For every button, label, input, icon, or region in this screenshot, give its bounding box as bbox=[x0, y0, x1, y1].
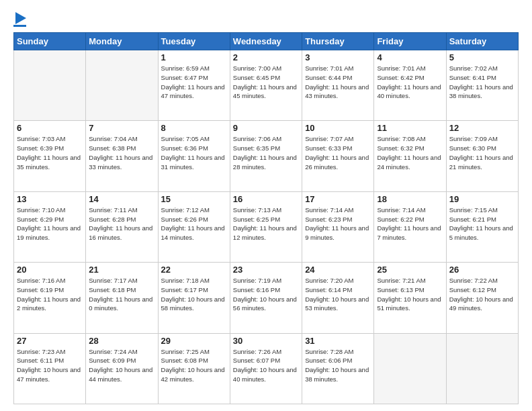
day-number: 31 bbox=[305, 336, 371, 346]
calendar-cell: 7Sunrise: 7:04 AM Sunset: 6:38 PM Daylig… bbox=[86, 121, 158, 191]
day-number: 29 bbox=[161, 336, 227, 346]
calendar-header-saturday: Saturday bbox=[446, 33, 518, 50]
cell-info: Sunrise: 7:06 AM Sunset: 6:35 PM Dayligh… bbox=[233, 134, 299, 171]
calendar-week-row: 27Sunrise: 7:23 AM Sunset: 6:11 PM Dayli… bbox=[14, 333, 519, 404]
logo bbox=[13, 12, 26, 27]
cell-info: Sunrise: 7:09 AM Sunset: 6:30 PM Dayligh… bbox=[449, 134, 515, 171]
calendar-cell: 23Sunrise: 7:19 AM Sunset: 6:16 PM Dayli… bbox=[230, 263, 302, 333]
calendar-cell: 8Sunrise: 7:05 AM Sunset: 6:36 PM Daylig… bbox=[158, 121, 230, 191]
calendar-cell: 28Sunrise: 7:24 AM Sunset: 6:09 PM Dayli… bbox=[86, 333, 158, 404]
calendar-cell: 11Sunrise: 7:08 AM Sunset: 6:32 PM Dayli… bbox=[374, 121, 446, 191]
calendar-cell: 2Sunrise: 7:00 AM Sunset: 6:45 PM Daylig… bbox=[230, 50, 302, 121]
calendar-cell: 5Sunrise: 7:02 AM Sunset: 6:41 PM Daylig… bbox=[446, 50, 518, 121]
day-number: 4 bbox=[377, 52, 443, 62]
calendar-cell bbox=[14, 50, 86, 121]
logo-underline bbox=[13, 25, 26, 27]
day-number: 16 bbox=[233, 194, 299, 204]
calendar-cell: 21Sunrise: 7:17 AM Sunset: 6:18 PM Dayli… bbox=[86, 263, 158, 333]
calendar-cell: 29Sunrise: 7:25 AM Sunset: 6:08 PM Dayli… bbox=[158, 333, 230, 404]
cell-info: Sunrise: 7:12 AM Sunset: 6:26 PM Dayligh… bbox=[161, 205, 227, 242]
cell-info: Sunrise: 7:04 AM Sunset: 6:38 PM Dayligh… bbox=[89, 134, 154, 171]
day-number: 9 bbox=[233, 123, 299, 133]
cell-info: Sunrise: 7:26 AM Sunset: 6:07 PM Dayligh… bbox=[233, 347, 299, 384]
calendar-cell: 16Sunrise: 7:13 AM Sunset: 6:25 PM Dayli… bbox=[230, 191, 302, 262]
calendar-cell: 18Sunrise: 7:14 AM Sunset: 6:22 PM Dayli… bbox=[374, 191, 446, 262]
day-number: 1 bbox=[161, 52, 227, 62]
day-number: 20 bbox=[17, 265, 83, 275]
calendar-cell bbox=[86, 50, 158, 121]
calendar-header-sunday: Sunday bbox=[14, 33, 86, 50]
cell-info: Sunrise: 7:15 AM Sunset: 6:21 PM Dayligh… bbox=[449, 205, 515, 242]
cell-info: Sunrise: 7:08 AM Sunset: 6:32 PM Dayligh… bbox=[377, 134, 443, 171]
cell-info: Sunrise: 7:14 AM Sunset: 6:22 PM Dayligh… bbox=[377, 205, 443, 242]
cell-info: Sunrise: 7:00 AM Sunset: 6:45 PM Dayligh… bbox=[233, 64, 299, 101]
calendar-cell: 6Sunrise: 7:03 AM Sunset: 6:39 PM Daylig… bbox=[14, 121, 86, 191]
calendar-table: SundayMondayTuesdayWednesdayThursdayFrid… bbox=[13, 32, 519, 404]
calendar-cell: 4Sunrise: 7:01 AM Sunset: 6:42 PM Daylig… bbox=[374, 50, 446, 121]
page: SundayMondayTuesdayWednesdayThursdayFrid… bbox=[0, 0, 532, 411]
calendar-header-row: SundayMondayTuesdayWednesdayThursdayFrid… bbox=[14, 33, 519, 50]
cell-info: Sunrise: 7:17 AM Sunset: 6:18 PM Dayligh… bbox=[89, 276, 154, 313]
calendar-header-friday: Friday bbox=[374, 33, 446, 50]
cell-info: Sunrise: 7:14 AM Sunset: 6:23 PM Dayligh… bbox=[305, 205, 371, 242]
calendar-header-monday: Monday bbox=[86, 33, 158, 50]
day-number: 27 bbox=[17, 336, 83, 346]
calendar-week-row: 6Sunrise: 7:03 AM Sunset: 6:39 PM Daylig… bbox=[14, 121, 519, 191]
day-number: 26 bbox=[449, 265, 515, 275]
calendar-cell: 14Sunrise: 7:11 AM Sunset: 6:28 PM Dayli… bbox=[86, 191, 158, 262]
day-number: 30 bbox=[233, 336, 299, 346]
logo-arrow-icon bbox=[15, 12, 26, 24]
day-number: 2 bbox=[233, 52, 299, 62]
day-number: 25 bbox=[377, 265, 443, 275]
day-number: 22 bbox=[161, 265, 227, 275]
calendar-cell: 22Sunrise: 7:18 AM Sunset: 6:17 PM Dayli… bbox=[158, 263, 230, 333]
calendar-cell: 31Sunrise: 7:28 AM Sunset: 6:06 PM Dayli… bbox=[302, 333, 374, 404]
day-number: 24 bbox=[305, 265, 371, 275]
day-number: 12 bbox=[449, 123, 515, 133]
calendar-week-row: 1Sunrise: 6:59 AM Sunset: 6:47 PM Daylig… bbox=[14, 50, 519, 121]
day-number: 15 bbox=[161, 194, 227, 204]
calendar-cell: 25Sunrise: 7:21 AM Sunset: 6:13 PM Dayli… bbox=[374, 263, 446, 333]
calendar-cell: 1Sunrise: 6:59 AM Sunset: 6:47 PM Daylig… bbox=[158, 50, 230, 121]
cell-info: Sunrise: 7:03 AM Sunset: 6:39 PM Dayligh… bbox=[17, 134, 83, 171]
day-number: 18 bbox=[377, 194, 443, 204]
day-number: 23 bbox=[233, 265, 299, 275]
cell-info: Sunrise: 7:28 AM Sunset: 6:06 PM Dayligh… bbox=[305, 347, 371, 384]
calendar-header-thursday: Thursday bbox=[302, 33, 374, 50]
cell-info: Sunrise: 7:21 AM Sunset: 6:13 PM Dayligh… bbox=[377, 276, 443, 313]
cell-info: Sunrise: 7:01 AM Sunset: 6:44 PM Dayligh… bbox=[305, 64, 371, 101]
cell-info: Sunrise: 7:20 AM Sunset: 6:14 PM Dayligh… bbox=[305, 276, 371, 313]
calendar-header-wednesday: Wednesday bbox=[230, 33, 302, 50]
calendar-cell: 20Sunrise: 7:16 AM Sunset: 6:19 PM Dayli… bbox=[14, 263, 86, 333]
day-number: 8 bbox=[161, 123, 227, 133]
day-number: 17 bbox=[305, 194, 371, 204]
calendar-cell: 30Sunrise: 7:26 AM Sunset: 6:07 PM Dayli… bbox=[230, 333, 302, 404]
calendar-cell: 19Sunrise: 7:15 AM Sunset: 6:21 PM Dayli… bbox=[446, 191, 518, 262]
calendar-cell bbox=[374, 333, 446, 404]
calendar-cell: 9Sunrise: 7:06 AM Sunset: 6:35 PM Daylig… bbox=[230, 121, 302, 191]
cell-info: Sunrise: 7:24 AM Sunset: 6:09 PM Dayligh… bbox=[89, 347, 154, 384]
calendar-cell: 10Sunrise: 7:07 AM Sunset: 6:33 PM Dayli… bbox=[302, 121, 374, 191]
day-number: 3 bbox=[305, 52, 371, 62]
calendar-cell: 17Sunrise: 7:14 AM Sunset: 6:23 PM Dayli… bbox=[302, 191, 374, 262]
cell-info: Sunrise: 7:22 AM Sunset: 6:12 PM Dayligh… bbox=[449, 276, 515, 313]
calendar-cell: 27Sunrise: 7:23 AM Sunset: 6:11 PM Dayli… bbox=[14, 333, 86, 404]
calendar-cell: 24Sunrise: 7:20 AM Sunset: 6:14 PM Dayli… bbox=[302, 263, 374, 333]
calendar-cell: 15Sunrise: 7:12 AM Sunset: 6:26 PM Dayli… bbox=[158, 191, 230, 262]
cell-info: Sunrise: 7:19 AM Sunset: 6:16 PM Dayligh… bbox=[233, 276, 299, 313]
day-number: 11 bbox=[377, 123, 443, 133]
calendar-week-row: 20Sunrise: 7:16 AM Sunset: 6:19 PM Dayli… bbox=[14, 263, 519, 333]
day-number: 14 bbox=[89, 194, 154, 204]
calendar-cell: 12Sunrise: 7:09 AM Sunset: 6:30 PM Dayli… bbox=[446, 121, 518, 191]
day-number: 10 bbox=[305, 123, 371, 133]
cell-info: Sunrise: 7:11 AM Sunset: 6:28 PM Dayligh… bbox=[89, 205, 154, 242]
day-number: 13 bbox=[17, 194, 83, 204]
day-number: 19 bbox=[449, 194, 515, 204]
cell-info: Sunrise: 7:05 AM Sunset: 6:36 PM Dayligh… bbox=[161, 134, 227, 171]
day-number: 5 bbox=[449, 52, 515, 62]
day-number: 21 bbox=[89, 265, 154, 275]
calendar-cell: 13Sunrise: 7:10 AM Sunset: 6:29 PM Dayli… bbox=[14, 191, 86, 262]
cell-info: Sunrise: 7:16 AM Sunset: 6:19 PM Dayligh… bbox=[17, 276, 83, 313]
header bbox=[13, 12, 519, 27]
cell-info: Sunrise: 7:01 AM Sunset: 6:42 PM Dayligh… bbox=[377, 64, 443, 101]
